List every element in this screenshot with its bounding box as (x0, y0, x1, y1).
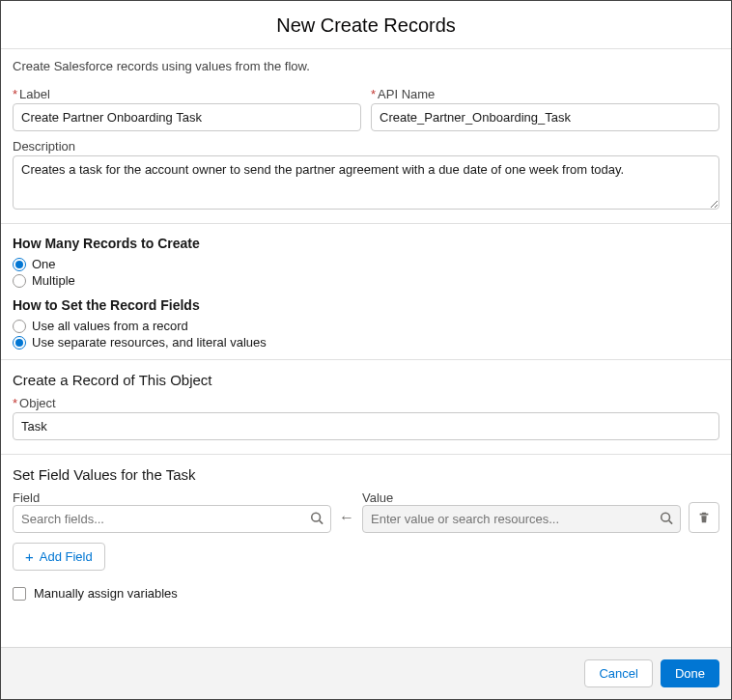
value-column-label: Value (362, 490, 393, 505)
radio-icon (13, 258, 26, 271)
object-field-label: Object (13, 396, 719, 410)
field-values-heading: Set Field Values for the Task (13, 466, 719, 483)
radio-icon (13, 320, 26, 333)
description-textarea[interactable] (13, 155, 719, 210)
radio-multiple[interactable]: Multiple (13, 273, 719, 288)
api-name-input[interactable] (371, 103, 719, 131)
trash-icon (697, 511, 711, 524)
api-name-field-label: API Name (371, 87, 719, 101)
manual-assign-label: Manually assign variables (34, 586, 178, 601)
add-field-button[interactable]: + Add Field (13, 543, 105, 571)
radio-icon (13, 274, 26, 288)
radio-multiple-label: Multiple (32, 273, 75, 288)
radio-all-values[interactable]: Use all values from a record (13, 319, 719, 333)
add-field-label: Add Field (40, 549, 93, 564)
radio-one-label: One (32, 257, 56, 271)
manual-assign-checkbox[interactable]: Manually assign variables (13, 586, 719, 601)
plus-icon: + (25, 549, 34, 564)
radio-separate[interactable]: Use separate resources, and literal valu… (13, 335, 719, 350)
done-button[interactable]: Done (661, 659, 719, 687)
object-section-heading: Create a Record of This Object (13, 372, 719, 388)
delete-row-button[interactable] (689, 502, 719, 533)
modal-body: Create Salesforce records using values f… (1, 49, 731, 647)
modal-footer: Cancel Done (1, 647, 731, 699)
arrow-left-icon: ← (339, 502, 354, 533)
cancel-button[interactable]: Cancel (584, 659, 652, 687)
checkbox-icon (13, 587, 26, 601)
label-field-label: Label (13, 87, 361, 101)
field-search-input[interactable] (13, 505, 331, 533)
radio-separate-label: Use separate resources, and literal valu… (32, 335, 267, 350)
how-set-radio-group: Use all values from a record Use separat… (13, 319, 719, 350)
object-input[interactable] (13, 412, 719, 440)
value-search-input[interactable] (362, 505, 681, 533)
field-column-label: Field (13, 490, 40, 505)
description-field-label: Description (13, 139, 719, 154)
radio-icon (13, 336, 26, 350)
how-many-heading: How Many Records to Create (13, 236, 719, 251)
how-many-radio-group: One Multiple (13, 257, 719, 288)
radio-one[interactable]: One (13, 257, 719, 271)
modal-title: New Create Records (1, 1, 731, 49)
create-records-modal: New Create Records Create Salesforce rec… (0, 0, 732, 700)
label-input[interactable] (13, 103, 361, 131)
how-set-heading: How to Set the Record Fields (13, 297, 719, 313)
intro-text: Create Salesforce records using values f… (13, 59, 719, 73)
radio-all-values-label: Use all values from a record (32, 319, 188, 333)
